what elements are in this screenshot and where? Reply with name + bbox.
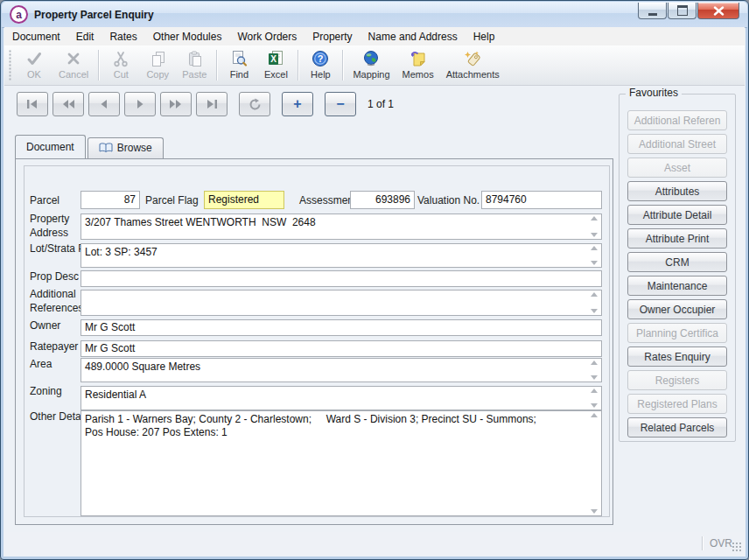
property-address-field[interactable]: 3/207 Thames Street WENTWORTH NSW 2648 bbox=[80, 214, 602, 240]
owner-field[interactable]: Mr G Scott bbox=[80, 319, 602, 336]
fast-previous-button[interactable] bbox=[52, 92, 84, 116]
memos-button[interactable]: Memos bbox=[396, 46, 440, 85]
lot-strata-plan-field[interactable]: Lot: 3 SP: 3457 bbox=[80, 243, 602, 268]
favourite-additional-street-button[interactable]: Additional Street bbox=[627, 134, 727, 154]
menu-help[interactable]: Help bbox=[466, 28, 503, 46]
paste-button[interactable]: Paste bbox=[176, 46, 213, 85]
additional-references-scroll[interactable] bbox=[587, 290, 601, 315]
tab-strip: Document Browse bbox=[15, 136, 164, 158]
find-button[interactable]: Find bbox=[220, 46, 257, 85]
scroll-down-icon[interactable] bbox=[591, 509, 598, 514]
next-record-button[interactable] bbox=[124, 92, 156, 116]
favourite-registered-plans-button[interactable]: Registered Plans bbox=[627, 394, 727, 414]
other-details-field[interactable]: Parish 1 - Warners Bay; County 2 - Charl… bbox=[80, 410, 602, 516]
scroll-up-icon[interactable] bbox=[591, 246, 598, 250]
resize-grip[interactable] bbox=[732, 542, 742, 552]
toolbar-separator bbox=[298, 50, 298, 80]
menu-other-modules[interactable]: Other Modules bbox=[145, 28, 230, 46]
menu-name-and-address[interactable]: Name and Address bbox=[360, 28, 466, 46]
help-button[interactable]: ? Help bbox=[302, 46, 339, 85]
scroll-up-icon[interactable] bbox=[591, 292, 598, 297]
property-address-scroll[interactable] bbox=[587, 214, 601, 239]
scroll-down-icon[interactable] bbox=[591, 309, 598, 313]
scroll-down-icon[interactable] bbox=[591, 233, 598, 237]
favourite-attribute-detail-button[interactable]: Attribute Detail bbox=[627, 205, 727, 225]
favourite-attributes-button[interactable]: Attributes bbox=[627, 181, 727, 201]
mapping-button[interactable]: Mapping bbox=[346, 46, 396, 85]
tab-document[interactable]: Document bbox=[15, 135, 86, 158]
plus-icon: + bbox=[293, 97, 301, 111]
menu-edit[interactable]: Edit bbox=[68, 28, 102, 46]
ratepayer-field[interactable]: Mr G Scott bbox=[80, 340, 602, 357]
ok-button[interactable]: OK bbox=[16, 46, 52, 85]
menu-work-orders[interactable]: Work Orders bbox=[229, 28, 304, 46]
scroll-down-icon[interactable] bbox=[591, 403, 598, 408]
refresh-button[interactable] bbox=[239, 92, 270, 116]
close-button[interactable] bbox=[697, 3, 739, 19]
last-record-button[interactable] bbox=[196, 92, 228, 116]
favourite-planning-certificate-button[interactable]: Planning Certifica bbox=[627, 323, 727, 343]
copy-button[interactable]: Copy bbox=[139, 46, 176, 85]
title-bar: a Property Parcel Enquiry bbox=[2, 2, 747, 28]
menu-rates[interactable]: Rates bbox=[102, 28, 144, 46]
favourite-maintenance-button[interactable]: Maintenance bbox=[627, 276, 727, 296]
record-navigation: + − 1 of 1 bbox=[17, 92, 394, 116]
scroll-down-icon[interactable] bbox=[591, 261, 598, 265]
parcel-flag-field[interactable]: Registered bbox=[204, 191, 284, 209]
overwrite-mode-indicator: OVR bbox=[710, 537, 732, 550]
maximize-button[interactable] bbox=[668, 3, 696, 19]
favourite-asset-button[interactable]: Asset bbox=[627, 158, 727, 178]
minimize-button[interactable] bbox=[638, 3, 667, 19]
first-record-button[interactable] bbox=[17, 92, 48, 116]
paste-clipboard-icon bbox=[186, 49, 203, 68]
additional-references-field[interactable] bbox=[80, 290, 602, 316]
first-record-icon bbox=[25, 99, 39, 109]
app-icon: a bbox=[10, 5, 28, 24]
favourite-registers-button[interactable]: Registers bbox=[627, 370, 727, 390]
cut-button[interactable]: Cut bbox=[102, 46, 139, 85]
maximize-icon bbox=[677, 5, 688, 16]
minus-icon: − bbox=[336, 97, 344, 111]
favourite-related-parcels-button[interactable]: Related Parcels bbox=[627, 417, 727, 438]
status-separator bbox=[702, 536, 703, 550]
attachments-button[interactable]: Attachments bbox=[440, 46, 506, 85]
parcel-form: Parcel 87 Parcel Flag Registered Assessm… bbox=[24, 165, 610, 517]
parcel-field[interactable]: 87 bbox=[80, 191, 140, 209]
delete-record-button[interactable]: − bbox=[325, 92, 356, 116]
ok-check-icon bbox=[25, 49, 43, 68]
assessment-field[interactable]: 693896 bbox=[350, 191, 415, 209]
area-scroll[interactable] bbox=[587, 359, 601, 382]
scroll-down-icon[interactable] bbox=[591, 375, 598, 380]
favourite-attribute-print-button[interactable]: Attribute Print bbox=[627, 228, 727, 248]
window-title: Property Parcel Enquiry bbox=[34, 9, 154, 21]
area-field[interactable]: 489.0000 Square Metres bbox=[80, 358, 602, 382]
record-indicator: 1 of 1 bbox=[368, 98, 394, 110]
scroll-up-icon[interactable] bbox=[591, 413, 598, 417]
fast-next-button[interactable] bbox=[160, 92, 192, 116]
lot-strata-scroll[interactable] bbox=[587, 244, 601, 267]
favourite-rates-enquiry-button[interactable]: Rates Enquiry bbox=[627, 346, 727, 367]
excel-button[interactable]: X Excel bbox=[257, 46, 294, 85]
zoning-scroll[interactable] bbox=[587, 387, 601, 410]
other-details-scrollbar[interactable] bbox=[587, 411, 601, 515]
cancel-button[interactable]: Cancel bbox=[52, 46, 94, 85]
favourite-additional-references-button[interactable]: Additional Referen bbox=[627, 110, 727, 130]
minimize-icon bbox=[648, 13, 657, 16]
scroll-up-icon[interactable] bbox=[591, 388, 598, 393]
add-record-button[interactable]: + bbox=[282, 92, 313, 116]
memos-note-icon bbox=[410, 49, 427, 68]
scroll-up-icon[interactable] bbox=[591, 360, 598, 365]
favourite-owner-occupier-button[interactable]: Owner Occupier bbox=[627, 299, 727, 319]
previous-record-button[interactable] bbox=[88, 92, 120, 116]
help-question-icon: ? bbox=[312, 49, 329, 68]
menu-property[interactable]: Property bbox=[304, 28, 360, 46]
tab-browse[interactable]: Browse bbox=[88, 137, 164, 158]
valuation-no-field[interactable]: 8794760 bbox=[481, 191, 602, 209]
toolbar-grip[interactable] bbox=[8, 50, 12, 80]
favourite-crm-button[interactable]: CRM bbox=[627, 252, 727, 272]
prop-desc-field[interactable] bbox=[80, 270, 602, 287]
svg-text:X: X bbox=[271, 54, 277, 64]
menu-document[interactable]: Document bbox=[4, 28, 68, 46]
scroll-up-icon[interactable] bbox=[591, 216, 598, 220]
zoning-field[interactable]: Residential A bbox=[80, 386, 602, 410]
